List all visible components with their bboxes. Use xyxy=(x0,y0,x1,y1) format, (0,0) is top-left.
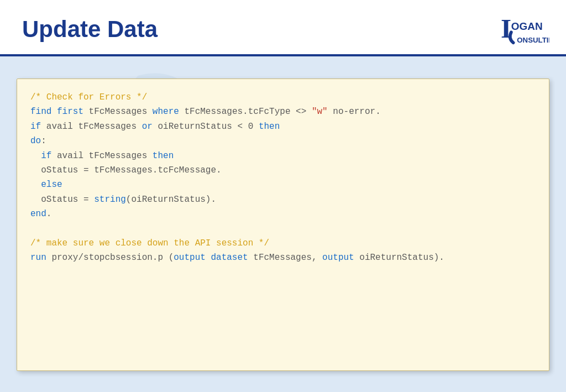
code-line-11: /* make sure we close down the API sessi… xyxy=(30,238,269,248)
code-line-2: find first tFcMessages where tFcMessages… xyxy=(30,107,381,117)
code-line-5: if avail tFcMessages then xyxy=(30,151,174,161)
code-line-4: do: xyxy=(30,136,46,146)
code-line-9: end. xyxy=(30,209,51,219)
code-block-wrapper: /* Check for Errors */ find first tFcMes… xyxy=(17,79,549,371)
header-divider xyxy=(0,54,566,56)
logo: I OGAN ONSULTING xyxy=(500,10,549,49)
code-line-7: else xyxy=(30,180,62,190)
content-area: /* Check for Errors */ find first tFcMes… xyxy=(0,56,566,392)
code-line-8: oStatus = string(oiReturnStatus). xyxy=(30,195,216,205)
code-line-12: run proxy/stopcbsession.p (output datase… xyxy=(30,253,444,263)
code-line-1: /* Check for Errors */ xyxy=(30,92,147,102)
code-line-3: if avail tFcMessages or oiReturnStatus <… xyxy=(30,122,280,132)
code-block: /* Check for Errors */ find first tFcMes… xyxy=(30,90,536,265)
code-line-10 xyxy=(30,224,36,234)
page-title: Update Data xyxy=(22,16,158,43)
svg-text:ONSULTING: ONSULTING xyxy=(517,36,549,44)
logo-icon: I OGAN ONSULTING xyxy=(500,10,549,49)
code-line-6: oStatus = tFcMessages.tcFcMessage. xyxy=(30,165,222,175)
slide: Update Data I OGAN ONSULTING xyxy=(0,0,566,392)
svg-text:OGAN: OGAN xyxy=(511,20,543,32)
header: Update Data I OGAN ONSULTING xyxy=(0,0,566,54)
